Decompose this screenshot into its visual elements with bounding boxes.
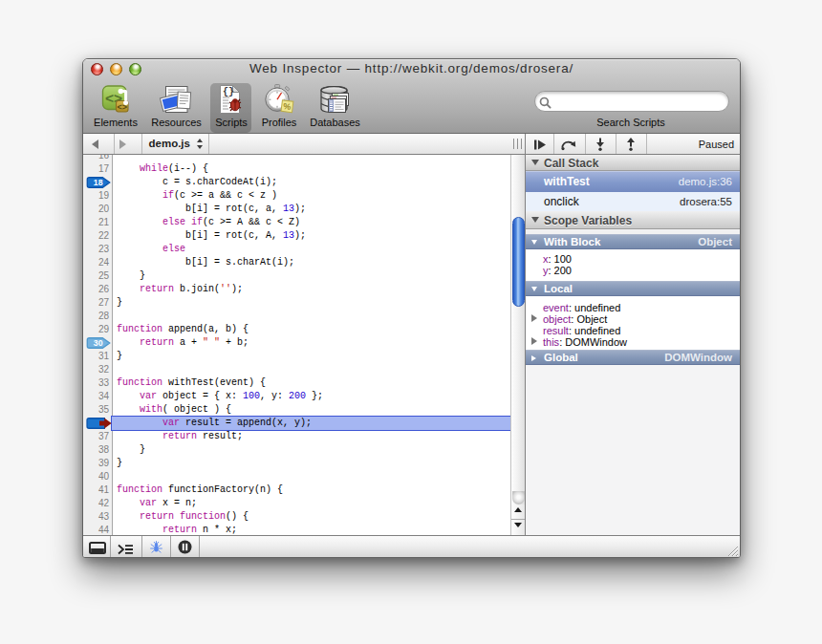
- svg-text:18: 18: [94, 178, 103, 187]
- svg-text:30: 30: [94, 338, 103, 348]
- svg-text:%: %: [283, 101, 292, 112]
- svg-text:{}: {}: [223, 87, 234, 97]
